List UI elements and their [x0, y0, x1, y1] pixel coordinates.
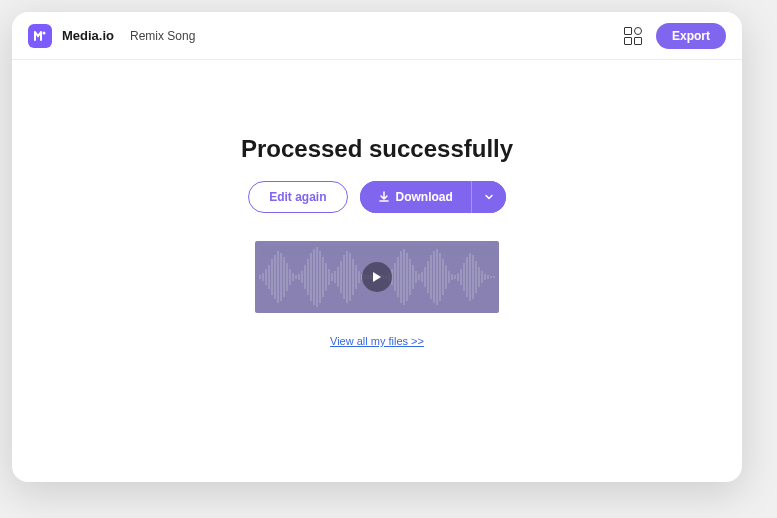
brand-name: Media.io: [62, 28, 114, 43]
edit-again-button[interactable]: Edit again: [248, 181, 347, 213]
svg-point-0: [43, 31, 46, 34]
logo-icon: [28, 24, 52, 48]
download-dropdown-button[interactable]: [471, 181, 506, 213]
page-name: Remix Song: [130, 29, 195, 43]
play-icon: [372, 271, 382, 283]
download-button[interactable]: Download: [360, 181, 471, 213]
page-title: Processed successfully: [241, 135, 513, 163]
audio-preview: [255, 241, 499, 313]
chevron-down-icon: [484, 192, 494, 202]
download-label: Download: [396, 190, 453, 204]
download-button-group: Download: [360, 181, 506, 213]
download-icon: [378, 191, 390, 203]
app-window: Media.io Remix Song Export Processed suc…: [12, 12, 742, 482]
main-content: Processed successfully Edit again Downlo…: [12, 60, 742, 482]
export-button[interactable]: Export: [656, 23, 726, 49]
header-right: Export: [624, 23, 726, 49]
grid-apps-icon[interactable]: [624, 27, 642, 45]
play-button[interactable]: [362, 262, 392, 292]
view-files-link[interactable]: View all my files >>: [330, 335, 424, 347]
header: Media.io Remix Song Export: [12, 12, 742, 60]
header-left: Media.io Remix Song: [28, 24, 195, 48]
action-buttons: Edit again Download: [248, 181, 506, 213]
